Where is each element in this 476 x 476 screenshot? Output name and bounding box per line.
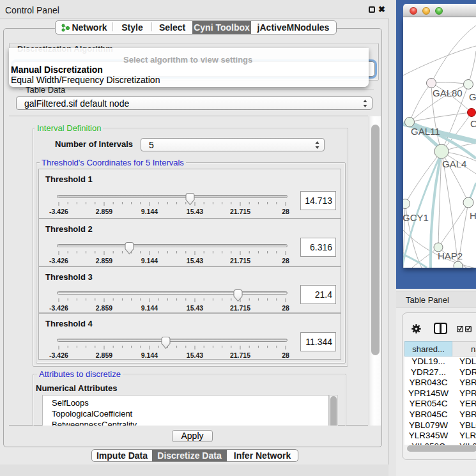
svg-text:C: C <box>470 118 476 129</box>
svg-text:GCY1: GCY1 <box>403 212 429 223</box>
svg-text:GAL4: GAL4 <box>442 158 466 169</box>
svg-text:GA: GA <box>469 91 476 102</box>
svg-text:GAL80: GAL80 <box>433 88 463 98</box>
svg-text:HAP2: HAP2 <box>438 250 463 261</box>
svg-text:GAL11: GAL11 <box>411 126 440 137</box>
svg-text:H: H <box>470 210 476 221</box>
